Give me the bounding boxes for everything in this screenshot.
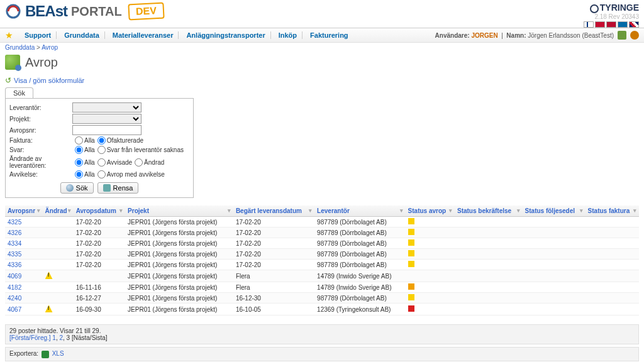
search-tab[interactable]: Sök: [5, 87, 33, 98]
flag-se-icon[interactable]: [618, 21, 628, 28]
results-table: Avropsnr▾Ändrad▾Avropsdatum▾Projekt▾Begä…: [5, 206, 639, 315]
cell-status-faktura: [586, 217, 639, 228]
cell-avropsnr[interactable]: 4069: [5, 270, 43, 282]
radio-svar-alla[interactable]: [75, 146, 83, 154]
warning-icon: [45, 272, 53, 279]
col-3[interactable]: Projekt▾: [125, 206, 233, 217]
col-7[interactable]: Status bekräftelse▾: [455, 206, 523, 217]
cell-andrad: [43, 282, 74, 293]
cell-status-faktura: [586, 260, 639, 270]
flag-no-icon[interactable]: [606, 21, 616, 28]
cell-leverantor: 12369 (Tyringekonsult AB): [314, 304, 405, 315]
lbl-svar: Svar:: [9, 146, 72, 153]
cell-avropsnr[interactable]: 4335: [5, 249, 43, 260]
inp-avropsnr[interactable]: [72, 125, 142, 135]
cell-status-avrop: [406, 217, 455, 228]
status-icon: [408, 229, 414, 235]
xls-icon[interactable]: [42, 351, 49, 358]
cell-status-faktura: [586, 293, 639, 304]
col-6[interactable]: Status avrop▾: [406, 206, 455, 217]
refresh-icon: ↺: [5, 76, 11, 85]
cell-projekt: JEPR01 (Jörgens första projekt): [125, 282, 233, 293]
cell-begart: Flera: [233, 282, 314, 293]
flag-gb-icon[interactable]: [629, 21, 639, 28]
lbl-avropsnr: Avropsnr:: [9, 127, 72, 134]
txt-svar-alla: Alla: [84, 146, 95, 153]
clear-button[interactable]: Rensa: [97, 182, 139, 194]
cell-projekt: JEPR01 (Jörgens första projekt): [125, 270, 233, 282]
cell-leverantor: 14789 (Inwido Sverige AB): [314, 282, 405, 293]
radio-fak-ofak[interactable]: [97, 136, 106, 145]
col-5[interactable]: Leverantör▾: [314, 206, 405, 217]
cell-begart: 16-10-05: [233, 304, 314, 315]
cell-status-avrop: [406, 304, 455, 315]
main-nav: ★ Support Grunddata Materialleveranser A…: [0, 28, 644, 43]
nav-inkop[interactable]: Inköp: [279, 31, 297, 39]
home-icon[interactable]: [618, 31, 626, 40]
col-8[interactable]: Status följesedel▾: [523, 206, 586, 217]
breadcrumb-avrop[interactable]: Avrop: [42, 44, 58, 51]
col-1[interactable]: Ändrad▾: [43, 206, 74, 217]
nav-fakturering[interactable]: Fakturering: [310, 31, 348, 39]
flag-dk-icon[interactable]: [595, 21, 605, 28]
cell-avropsdatum: 17-02-20: [74, 249, 125, 260]
radio-avv-med[interactable]: [97, 170, 106, 178]
radio-svar-saknas[interactable]: [97, 146, 106, 154]
pg-2[interactable]: 2: [59, 334, 63, 341]
cell-projekt: JEPR01 (Jörgens första projekt): [125, 217, 233, 228]
col-2[interactable]: Avropsdatum▾: [74, 206, 125, 217]
nav-grunddata[interactable]: Grunddata: [64, 31, 99, 39]
cell-begart: 17-02-20: [233, 217, 314, 228]
cell-status-avrop: [406, 228, 455, 238]
radio-andr-avvisade[interactable]: [97, 158, 106, 167]
radio-andr-andrad[interactable]: [135, 158, 143, 167]
cell-avropsnr[interactable]: 4326: [5, 228, 43, 238]
cell-avropsnr[interactable]: 4240: [5, 293, 43, 304]
pg-1[interactable]: 1: [52, 334, 56, 341]
nav-support[interactable]: Support: [25, 31, 51, 39]
pg-first[interactable]: [Första/Föreg.]: [9, 334, 51, 341]
logout-icon[interactable]: [630, 31, 639, 40]
radio-fak-alla[interactable]: [75, 136, 83, 145]
cell-andrad: [43, 293, 74, 304]
toggle-search-link[interactable]: ↺ Visa / göm sökformulär: [5, 76, 639, 85]
col-9[interactable]: Status faktura▾: [586, 206, 639, 217]
cell-status-avrop: [406, 282, 455, 293]
user-login[interactable]: JORGEN: [471, 32, 497, 39]
lbl-leverantor: Leverantör:: [9, 104, 72, 111]
version-text: 2.18 Rev 20343: [584, 13, 639, 20]
sel-leverantor[interactable]: [72, 102, 142, 112]
txt-fak-alla: Alla: [84, 137, 95, 144]
cell-avropsnr[interactable]: 4336: [5, 260, 43, 270]
export-xls[interactable]: XLS: [52, 350, 64, 357]
flag-fi-icon[interactable]: [584, 21, 594, 28]
star-icon[interactable]: ★: [5, 30, 17, 40]
cell-andrad: [43, 249, 74, 260]
radio-avv-alla[interactable]: [75, 170, 83, 178]
user-full-name: Jörgen Erlandsson (BeastTest): [528, 32, 614, 39]
cell-avropsnr[interactable]: 4067: [5, 304, 43, 315]
cell-begart: 17-02-20: [233, 238, 314, 249]
cell-avropsnr[interactable]: 4182: [5, 282, 43, 293]
toggle-search-text[interactable]: Visa / göm sökformulär: [14, 77, 84, 84]
cell-avropsnr[interactable]: 4334: [5, 238, 43, 249]
col-4[interactable]: Begärt leveransdatum▾: [233, 206, 314, 217]
col-0[interactable]: Avropsnr▾: [5, 206, 43, 217]
user-label: Användare:: [435, 32, 470, 39]
sel-projekt[interactable]: [72, 114, 142, 124]
cell-status-avrop: [406, 293, 455, 304]
nav-materialleveranser[interactable]: Materialleveranser: [113, 31, 174, 39]
cell-avropsdatum: 16-11-16: [74, 282, 125, 293]
search-button[interactable]: Sök: [60, 182, 94, 194]
cell-status-faktura: [586, 249, 639, 260]
nav-anlaggning[interactable]: Anläggningstransporter: [186, 31, 265, 39]
logo-text-portal: PORTAL: [71, 4, 122, 19]
table-row: 418216-11-16JEPR01 (Jörgens första proje…: [5, 282, 639, 293]
app-header: BEAst PORTAL DEV TYRINGE 2.18 Rev 20343: [0, 0, 644, 28]
cell-status-foljesedel: [523, 260, 586, 270]
cell-avropsnr[interactable]: 4325: [5, 217, 43, 228]
radio-andr-alla[interactable]: [75, 158, 83, 167]
breadcrumb-grunddata[interactable]: Grunddata: [5, 44, 35, 51]
txt-avv-med: Avrop med avvikelse: [107, 171, 165, 178]
cell-projekt: JEPR01 (Jörgens första projekt): [125, 260, 233, 270]
